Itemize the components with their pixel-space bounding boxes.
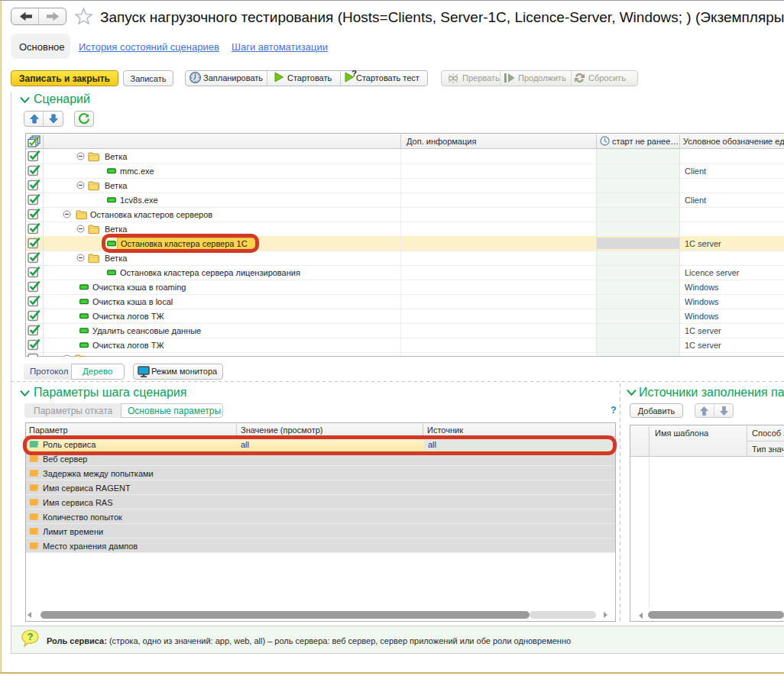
svg-text:?: ? [28,631,34,642]
